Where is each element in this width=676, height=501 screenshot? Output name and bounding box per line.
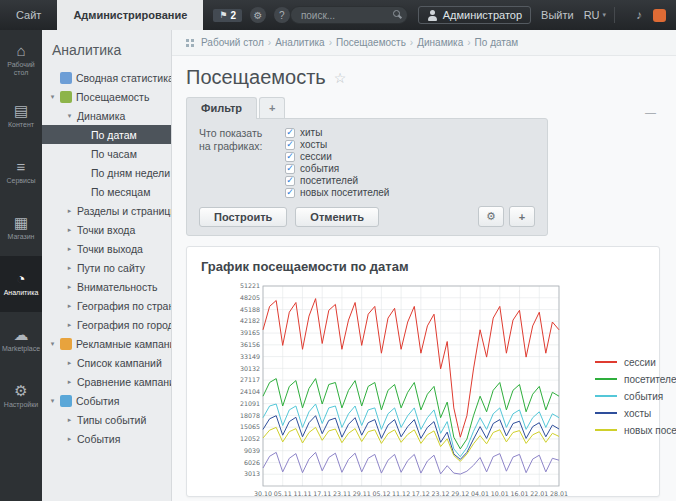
rail-item-analytics[interactable]: ◔Аналитика xyxy=(0,256,42,312)
sidebar-item-traffic[interactable]: ▾Посещаемость xyxy=(42,87,171,106)
sidebar-item-label: География по странам xyxy=(77,300,172,312)
language-selector[interactable]: RU ▾ xyxy=(584,9,606,21)
logout-link[interactable]: Выйти xyxy=(541,9,574,21)
help-icon[interactable]: ? xyxy=(274,7,290,23)
breadcrumb-item[interactable]: Рабочий стол xyxy=(201,37,264,48)
messages-indicator[interactable]: ⚑ 2 xyxy=(213,9,242,22)
admin-tab[interactable]: Администрирование xyxy=(57,0,203,30)
sidebar-item-summary-stats[interactable]: Сводная статистика xyxy=(42,68,171,87)
svg-text:15065: 15065 xyxy=(240,423,260,430)
checkbox-label: хиты xyxy=(300,127,322,138)
services-icon: ≡ xyxy=(17,159,26,174)
svg-text:23.11: 23.11 xyxy=(333,490,351,497)
sidebar-item-by-months[interactable]: По месяцам xyxy=(42,182,171,201)
site-tab[interactable]: Сайт xyxy=(0,0,57,30)
sound-icon[interactable]: ♪ xyxy=(631,7,647,23)
sidebar-item-event-types[interactable]: ▸Типы событий xyxy=(42,410,171,429)
sidebar-item-campaign-list[interactable]: ▸Список кампаний xyxy=(42,353,171,372)
legend-swatch xyxy=(595,395,617,397)
checkbox-icon[interactable]: ✓ xyxy=(285,188,295,198)
sidebar-item-label: Точки выхода xyxy=(77,243,143,255)
user-button[interactable]: Администратор xyxy=(418,6,531,24)
sidebar-item-campaign-compare[interactable]: ▸Сравнение кампаний xyxy=(42,372,171,391)
svg-text:42182: 42182 xyxy=(240,317,260,324)
sidebar-item-label: По датам xyxy=(91,129,137,141)
rail-item-content[interactable]: ▤Контент xyxy=(0,88,42,144)
filter-settings-button[interactable]: ⚙ xyxy=(478,206,504,227)
chevron-down-icon: ▾ xyxy=(49,397,56,405)
sidebar-item-attention[interactable]: ▸Внимательность xyxy=(42,277,171,296)
tab-add-filter[interactable]: + xyxy=(259,97,285,118)
sidebar: Аналитика Сводная статистика▾Посещаемост… xyxy=(42,30,172,501)
sidebar-item-by-hours[interactable]: По часам xyxy=(42,144,171,163)
sidebar-item-dynamics[interactable]: ▾Динамика xyxy=(42,106,171,125)
checkbox-icon[interactable]: ✓ xyxy=(285,140,295,150)
search-input[interactable] xyxy=(290,6,408,24)
sidebar-item-events[interactable]: ▾События xyxy=(42,391,171,410)
flag-icon: ⚑ xyxy=(219,10,227,20)
rail-item-shop[interactable]: ▦Магазин xyxy=(0,200,42,256)
sidebar-item-label: События xyxy=(76,395,119,407)
rail-item-services[interactable]: ≡Сервисы xyxy=(0,144,42,200)
checkbox-label: посетителей xyxy=(300,175,358,186)
checkbox-icon[interactable]: ✓ xyxy=(285,176,295,186)
language-label: RU xyxy=(584,9,600,21)
filter-checkbox-hits[interactable]: ✓хиты xyxy=(285,127,389,138)
rail-item-settings[interactable]: ⚙Настройки xyxy=(0,368,42,424)
rail-item-label: Рабочий стол xyxy=(1,61,41,77)
breadcrumb-item[interactable]: Посещаемость xyxy=(336,37,406,48)
sidebar-item-by-weekdays[interactable]: По дням недели xyxy=(42,163,171,182)
build-button[interactable]: Построить xyxy=(199,207,287,227)
sidebar-item-site-paths[interactable]: ▸Пути по сайту xyxy=(42,258,171,277)
tab-filter[interactable]: Фильтр xyxy=(186,97,257,119)
breadcrumb-item[interactable]: По датам xyxy=(475,37,519,48)
legend-swatch xyxy=(595,412,617,414)
sidebar-item-geo-countries[interactable]: ▸География по странам xyxy=(42,296,171,315)
search-box xyxy=(290,6,408,24)
breadcrumb-separator: › xyxy=(329,37,332,48)
sidebar-item-events-list[interactable]: ▸События xyxy=(42,429,171,448)
rail-item-desktop[interactable]: ⌂Рабочий стол xyxy=(0,32,42,88)
breadcrumb-items: Рабочий стол›Аналитика›Посещаемость›Дина… xyxy=(201,37,518,48)
svg-text:05.11: 05.11 xyxy=(274,490,292,497)
svg-text:3013: 3013 xyxy=(244,470,260,477)
checkbox-icon[interactable]: ✓ xyxy=(285,128,295,138)
chart-panel: График посещаемости по датам 51221482054… xyxy=(186,246,660,497)
chevron-right-icon: ▸ xyxy=(66,359,73,367)
sidebar-item-exit-points[interactable]: ▸Точки выхода xyxy=(42,239,171,258)
sidebar-item-geo-cities[interactable]: ▸География по городам xyxy=(42,315,171,334)
rail-item-marketplace[interactable]: ☁Marketplace xyxy=(0,312,42,368)
sidebar-item-label: Динамика xyxy=(77,110,125,122)
sidebar-item-label: События xyxy=(77,433,120,445)
filter-add-button[interactable]: + xyxy=(509,206,535,227)
breadcrumb-item[interactable]: Аналитика xyxy=(275,37,325,48)
chevron-right-icon: ▸ xyxy=(66,264,73,272)
filter-checkbox-hosts[interactable]: ✓хосты xyxy=(285,139,389,150)
svg-text:45188: 45188 xyxy=(240,306,260,313)
collapse-icon[interactable]: — xyxy=(645,106,660,118)
sidebar-item-ad-campaigns[interactable]: ▾Рекламные кампании xyxy=(42,334,171,353)
chevron-right-icon: ▸ xyxy=(66,226,73,234)
sidebar-item-sections-pages[interactable]: ▸Разделы и страницы xyxy=(42,201,171,220)
legend-label: хосты xyxy=(624,408,651,419)
topbar: Сайт Администрирование ⚑ 2 ⚙ ? Администр… xyxy=(0,0,676,30)
filter-checkbox-events[interactable]: ✓события xyxy=(285,163,389,174)
sidebar-item-label: Сравнение кампаний xyxy=(77,376,172,388)
filter-checkbox-new-visitors[interactable]: ✓новых посетителей xyxy=(285,187,389,198)
checkbox-icon[interactable]: ✓ xyxy=(285,152,295,162)
cancel-button[interactable]: Отменить xyxy=(295,207,379,227)
filter-checkbox-sessions[interactable]: ✓сессии xyxy=(285,151,389,162)
sidebar-menu: Сводная статистика▾Посещаемость▾Динамика… xyxy=(42,68,171,448)
checkbox-icon[interactable]: ✓ xyxy=(285,164,295,174)
gear-icon[interactable]: ⚙ xyxy=(250,7,266,23)
filter-checkbox-visitors[interactable]: ✓посетителей xyxy=(285,175,389,186)
ad-campaigns-icon xyxy=(60,338,72,350)
favorite-star-icon[interactable]: ☆ xyxy=(334,70,347,86)
plus-icon: + xyxy=(519,211,525,223)
breadcrumb-item[interactable]: Динамика xyxy=(417,37,463,48)
desktop-grid-icon[interactable] xyxy=(186,39,194,47)
sidebar-item-by-dates[interactable]: По датам xyxy=(42,125,171,144)
user-icon xyxy=(427,10,438,21)
notifications-icon[interactable] xyxy=(653,9,666,22)
sidebar-item-entry-points[interactable]: ▸Точки входа xyxy=(42,220,171,239)
